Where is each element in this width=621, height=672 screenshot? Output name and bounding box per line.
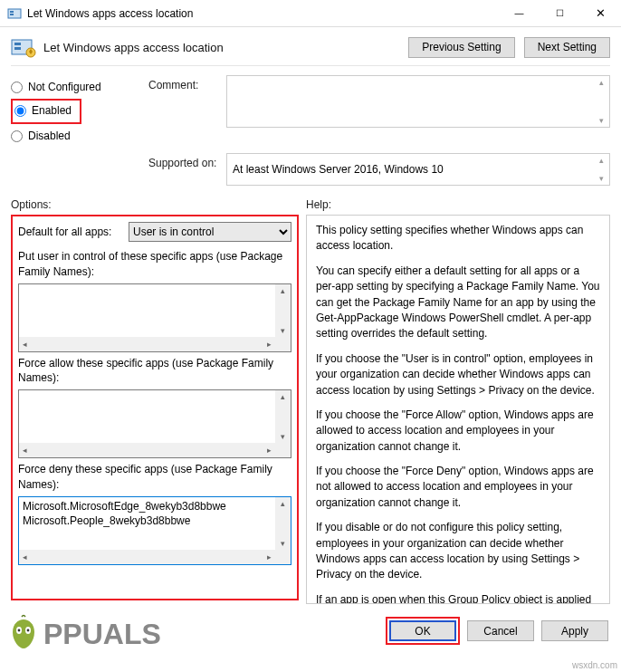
window-icon [7,6,22,21]
policy-icon [11,36,36,58]
comment-textarea[interactable]: ▴▾ [226,75,610,128]
deny-entry-1[interactable]: Microsoft.MicrosoftEdge_8wekyb3d8bbwe [23,499,287,514]
list-vscroll[interactable]: ▴▾ [275,497,291,550]
user-control-apps-list[interactable]: ▴▾ ◂▸ [18,283,291,352]
deny-entry-2[interactable]: Microsoft.People_8wekyb3d8bbwe [23,514,287,528]
help-p5: If you choose the "Force Deny" option, W… [316,464,600,511]
comment-label: Comment: [148,75,226,146]
separator [11,65,610,66]
policy-title: Let Windows apps access location [43,41,399,54]
help-p1: This policy setting specifies whether Wi… [316,223,600,254]
force-deny-apps-label: Force deny these specific apps (use Pack… [18,462,291,493]
help-p4: If you choose the "Force Allow" option, … [316,408,600,455]
svg-rect-2 [10,14,14,15]
default-for-all-select[interactable]: User is in control [129,222,291,242]
state-radio-group: Not Configured Enabled Disabled [11,75,148,146]
default-for-all-label: Default for all apps: [18,226,129,238]
radio-disabled-input[interactable] [11,130,23,142]
supported-scroll: ▴▾ [594,154,609,185]
list-hscroll[interactable]: ◂▸ [19,443,275,457]
apply-button[interactable]: Apply [541,620,608,641]
help-p7: If an app is open when this Group Policy… [316,592,600,604]
svg-rect-5 [14,47,21,50]
help-heading: Help: [306,198,610,211]
ok-highlight: OK [386,617,460,645]
help-pane[interactable]: This policy setting specifies whether Wi… [306,215,610,604]
watermark-site: wsxdn.com [572,660,617,670]
list-hscroll[interactable]: ◂▸ [19,550,275,564]
radio-enabled-input[interactable] [14,105,26,117]
radio-not-configured-input[interactable] [11,82,23,93]
supported-on-value: At least Windows Server 2016, Windows 10 [233,163,444,176]
help-p2: You can specify either a default setting… [316,264,600,342]
force-deny-apps-list[interactable]: Microsoft.MicrosoftEdge_8wekyb3d8bbwe Mi… [18,496,291,565]
watermark-text: PPUALS [43,618,161,651]
ok-button[interactable]: OK [389,620,456,641]
previous-setting-button[interactable]: Previous Setting [408,37,514,58]
close-button[interactable]: ✕ [580,0,621,26]
apple-icon [5,614,42,654]
svg-rect-1 [10,11,14,13]
list-vscroll[interactable]: ▴▾ [275,390,291,443]
force-allow-apps-list[interactable]: ▴▾ ◂▸ [18,389,291,458]
help-p3: If you choose the "User is in control" o… [316,351,600,398]
force-allow-apps-label: Force allow these specific apps (use Pac… [18,356,291,387]
help-p6: If you disable or do not configure this … [316,520,600,583]
radio-disabled[interactable]: Disabled [11,126,148,146]
svg-point-8 [18,629,21,632]
window-title: Let Windows apps access location [27,7,499,20]
supported-on-box: At least Windows Server 2016, Windows 10… [226,153,610,186]
options-heading: Options: [11,198,306,211]
radio-enabled[interactable]: Enabled [14,101,76,120]
radio-disabled-label: Disabled [28,130,71,142]
radio-not-configured-label: Not Configured [28,81,101,93]
cancel-button[interactable]: Cancel [467,620,534,641]
radio-not-configured[interactable]: Not Configured [11,77,148,97]
svg-point-10 [27,629,30,632]
next-setting-button[interactable]: Next Setting [524,37,610,58]
maximize-button[interactable]: ☐ [540,0,580,26]
options-pane: Default for all apps: User is in control… [11,215,299,600]
svg-rect-4 [14,43,21,45]
list-vscroll[interactable]: ▴▾ [275,284,291,337]
minimize-button[interactable]: — [499,0,540,26]
watermark-logo: PPUALS [0,614,161,654]
radio-enabled-label: Enabled [32,104,72,117]
comment-scroll[interactable]: ▴▾ [594,76,609,127]
supported-label: Supported on: [148,153,226,186]
list-hscroll[interactable]: ◂▸ [19,337,275,351]
user-control-apps-label: Put user in control of these specific ap… [18,249,291,280]
